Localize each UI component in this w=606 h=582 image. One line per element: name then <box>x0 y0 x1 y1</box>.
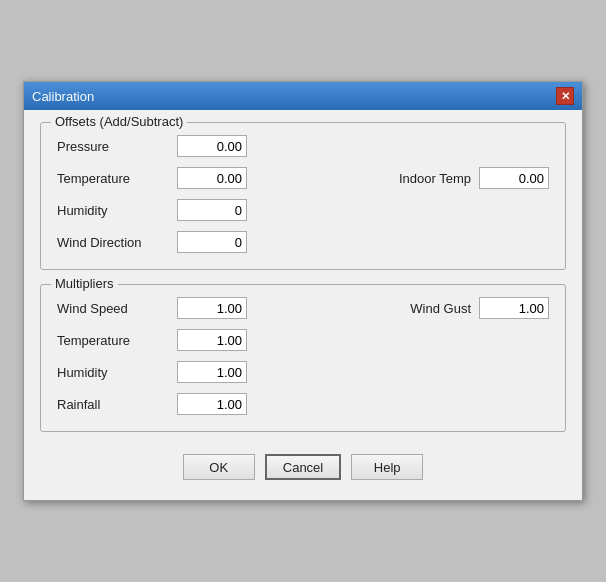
cancel-button[interactable]: Cancel <box>265 454 341 480</box>
offsets-group-label: Offsets (Add/Subtract) <box>51 114 187 129</box>
offsets-group: Offsets (Add/Subtract) Pressure Temperat… <box>40 122 566 270</box>
wind-speed-input[interactable] <box>177 297 247 319</box>
multipliers-group: Multipliers Wind Speed Wind Gust Tempera… <box>40 284 566 432</box>
wind-direction-label: Wind Direction <box>57 235 177 250</box>
indoor-temp-input[interactable] <box>479 167 549 189</box>
button-row: OK Cancel Help <box>40 446 566 484</box>
window-title: Calibration <box>32 89 94 104</box>
rainfall-row: Rainfall <box>57 393 549 415</box>
pressure-row: Pressure <box>57 135 549 157</box>
temperature-offset-input[interactable] <box>177 167 247 189</box>
wind-speed-row: Wind Speed Wind Gust <box>57 297 549 319</box>
title-bar: Calibration ✕ <box>24 82 582 110</box>
wind-gust-label: Wind Gust <box>410 301 471 316</box>
pressure-input[interactable] <box>177 135 247 157</box>
rainfall-input[interactable] <box>177 393 247 415</box>
wind-direction-input[interactable] <box>177 231 247 253</box>
indoor-temp-container: Indoor Temp <box>399 167 549 189</box>
indoor-temp-label: Indoor Temp <box>399 171 471 186</box>
wind-direction-row: Wind Direction <box>57 231 549 253</box>
rainfall-label: Rainfall <box>57 397 177 412</box>
wind-gust-input[interactable] <box>479 297 549 319</box>
humidity-multiplier-label: Humidity <box>57 365 177 380</box>
temperature-multiplier-row: Temperature <box>57 329 549 351</box>
temperature-offset-label: Temperature <box>57 171 177 186</box>
wind-gust-container: Wind Gust <box>410 297 549 319</box>
humidity-offset-input[interactable] <box>177 199 247 221</box>
temperature-multiplier-label: Temperature <box>57 333 177 348</box>
temperature-offsets-row: Temperature Indoor Temp <box>57 167 549 189</box>
humidity-offset-label: Humidity <box>57 203 177 218</box>
humidity-offsets-row: Humidity <box>57 199 549 221</box>
temperature-multiplier-input[interactable] <box>177 329 247 351</box>
pressure-label: Pressure <box>57 139 177 154</box>
help-button[interactable]: Help <box>351 454 423 480</box>
ok-button[interactable]: OK <box>183 454 255 480</box>
calibration-window: Calibration ✕ Offsets (Add/Subtract) Pre… <box>23 81 583 501</box>
humidity-multiplier-row: Humidity <box>57 361 549 383</box>
window-body: Offsets (Add/Subtract) Pressure Temperat… <box>24 110 582 500</box>
close-button[interactable]: ✕ <box>556 87 574 105</box>
wind-speed-label: Wind Speed <box>57 301 177 316</box>
humidity-multiplier-input[interactable] <box>177 361 247 383</box>
multipliers-group-label: Multipliers <box>51 276 118 291</box>
